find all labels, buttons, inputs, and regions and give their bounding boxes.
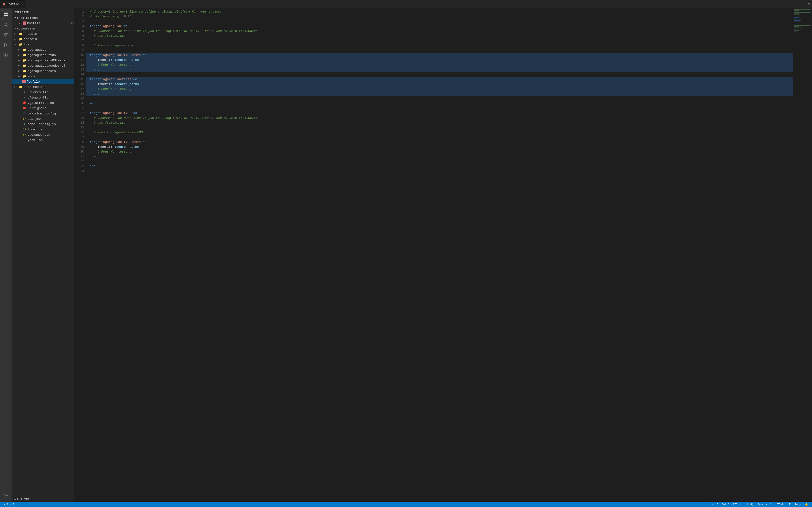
code-line-22: target 'agoraguide-tvOS' do: [86, 111, 793, 116]
svg-rect-8: [4, 55, 6, 57]
tree-item-babelconfig[interactable]: ▶ ≡ babel.config.js: [12, 121, 74, 127]
tree-item-pods[interactable]: ▶ 📁 Pods: [12, 74, 74, 79]
line-number-32: 32: [74, 159, 84, 164]
yarnlock-icon: ⬡: [22, 138, 27, 142]
line-number-17: 17: [74, 87, 84, 92]
status-bar-right: Ln 10, Col 3 (175 selected) Spaces: 2 UT…: [709, 503, 810, 506]
activity-extensions[interactable]: [2, 51, 10, 59]
babelconfig-icon: ≡: [22, 122, 27, 126]
tree-item-agoraguide-tvostests[interactable]: ▶ 📁 agoraguide-tvOSTests: [12, 58, 74, 63]
folder-ios-icon: 📁: [18, 43, 23, 46]
code-line-16: inherit! :search_paths: [86, 82, 793, 87]
open-editor-podfile[interactable]: ✕ Podfile ios: [12, 20, 74, 26]
tree-item-agoraguidetests[interactable]: ▶ 📁 agoraguidetests: [12, 68, 74, 74]
folder-agoraguidetests-icon: 📁: [22, 69, 27, 73]
line-number-4: 4: [74, 24, 84, 29]
split-editor-icon[interactable]: ⊟: [808, 2, 810, 6]
editor-area: 1234567891011121314151617181920212223242…: [74, 8, 812, 502]
svg-point-4: [5, 36, 6, 36]
activity-bottom: [2, 492, 10, 502]
tree-item-indexjs[interactable]: ▶ JS index.js: [12, 127, 74, 132]
status-bell[interactable]: 🔔: [803, 503, 810, 506]
status-encoding[interactable]: UTF-8: [773, 503, 785, 506]
tree-item-tests[interactable]: ▶ 📁 __tests__: [12, 31, 74, 37]
svg-point-0: [4, 23, 7, 26]
activity-search[interactable]: [2, 20, 10, 29]
line-number-6: 6: [74, 34, 84, 38]
status-errors[interactable]: ✕ 0 ⚠ 0: [2, 503, 16, 506]
explorer-section-label[interactable]: ▼ AGORAGUIDE: [12, 26, 74, 31]
tree-item-gitignore[interactable]: ▶ 🔴 .gitignore: [12, 106, 74, 111]
appjson-icon: {}: [22, 117, 27, 120]
tab-label: Podfile: [7, 3, 19, 6]
line-number-15: 15: [74, 77, 84, 82]
status-position[interactable]: Ln 10, Col 3 (175 selected): [709, 503, 755, 506]
code-line-12: # Pods for testing: [86, 62, 793, 67]
line-number-12: 12: [74, 62, 84, 67]
tree-item-appjson[interactable]: ▶ {} app.json: [12, 116, 74, 121]
error-icon: ✕: [4, 503, 6, 506]
svg-rect-7: [6, 53, 8, 55]
code-line-14: [86, 72, 793, 77]
status-bar-left: ✕ 0 ⚠ 0: [2, 503, 16, 506]
chevron-xcodeproj: ▶: [18, 64, 22, 67]
tree-item-flowconfig[interactable]: ▶ ≡ .flowconfig: [12, 95, 74, 100]
code-line-13: end: [86, 67, 793, 72]
line-number-21: 21: [74, 106, 84, 111]
line-number-18: 18: [74, 92, 84, 96]
code-line-20: end: [86, 101, 793, 106]
chevron-tvostests: ▶: [18, 59, 22, 62]
code-line-32: [86, 159, 793, 164]
tree-item-ios[interactable]: ▼ 📁 ios: [12, 42, 74, 47]
tree-item-node-modules[interactable]: ▶ 📁 node_modules: [12, 84, 74, 90]
code-line-25: [86, 125, 793, 130]
tab-podfile[interactable]: Podfile ✕: [0, 0, 26, 8]
folder-agoraguide-icon: 📁: [22, 48, 27, 51]
activity-debug[interactable]: [2, 41, 10, 49]
svg-marker-5: [4, 43, 7, 47]
tree-item-android[interactable]: ▶ 📁 android: [12, 37, 74, 42]
chevron-tests: ▶: [14, 32, 18, 35]
gitattributes-icon: 🔴: [22, 101, 27, 105]
line-number-30: 30: [74, 150, 84, 154]
activity-explorer[interactable]: [2, 10, 10, 18]
status-language[interactable]: Ruby: [793, 503, 803, 506]
buckconfig-icon: ≡: [22, 91, 27, 94]
line-number-26: 26: [74, 130, 84, 135]
activity-settings[interactable]: [2, 492, 10, 500]
tree-item-watchmanconfig[interactable]: ▶ ⬡ .watchmanconfig: [12, 111, 74, 116]
code-line-1: # Uncomment the next line to define a gl…: [86, 9, 793, 14]
tree-item-xcodeproj[interactable]: ▶ 📁 agoraguide.xcodeproj: [12, 63, 74, 68]
chevron-pods: ▶: [18, 75, 22, 78]
ruby-file-icon: ✕: [17, 21, 22, 25]
code-area[interactable]: # Uncomment the next line to define a gl…: [86, 8, 793, 502]
status-line-ending[interactable]: LF: [785, 503, 793, 506]
status-spaces[interactable]: Spaces: 2: [755, 503, 773, 506]
line-number-13: 13: [74, 67, 84, 72]
tree-item-agoraguide[interactable]: ▶ 📁 agoraguide: [12, 47, 74, 52]
tree-item-podfile[interactable]: ▶ Podfile: [12, 79, 74, 84]
chevron-node-modules: ▶: [14, 86, 18, 89]
tab-close-button[interactable]: ✕: [21, 3, 23, 6]
activity-source-control[interactable]: [2, 31, 10, 39]
line-numbers: 1234567891011121314151617181920212223242…: [74, 8, 86, 502]
chevron-outline: ▶: [14, 498, 16, 501]
outline-label[interactable]: ▶ OUTLINE: [12, 496, 74, 502]
line-number-28: 28: [74, 140, 84, 145]
line-number-22: 22: [74, 111, 84, 116]
folder-tvostests-icon: 📁: [22, 59, 27, 62]
svg-line-1: [6, 25, 8, 26]
tree-item-buckconfig[interactable]: ▶ ≡ .buckconfig: [12, 90, 74, 95]
tree-item-gitattributes[interactable]: ▶ 🔴 .gitattributes: [12, 100, 74, 106]
chevron-tvos: ▶: [18, 54, 22, 56]
tree-item-yarnlock[interactable]: ▶ ⬡ yarn.lock: [12, 137, 74, 143]
open-editors-label[interactable]: ▼ OPEN EDITORS: [12, 15, 74, 20]
warning-icon: ⚠: [10, 503, 12, 506]
tree-item-agoraguide-tvos[interactable]: ▶ 📁 agoraguide-tvOS: [12, 52, 74, 58]
line-number-24: 24: [74, 120, 84, 125]
line-number-23: 23: [74, 116, 84, 120]
tree-item-packagejson[interactable]: ▶ {} package.json: [12, 132, 74, 137]
code-line-24: # use_frameworks!: [86, 120, 793, 125]
gitignore-icon: 🔴: [22, 107, 27, 110]
line-number-14: 14: [74, 72, 84, 77]
